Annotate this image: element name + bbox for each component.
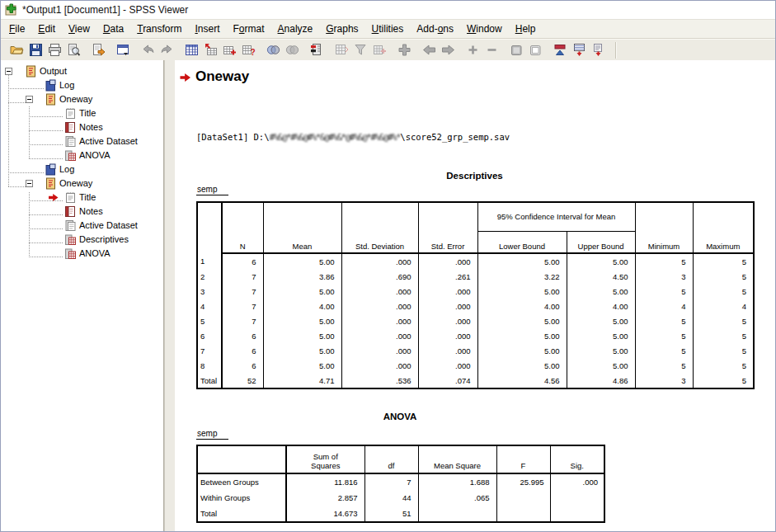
demote-icon[interactable] bbox=[571, 43, 586, 58]
tree-item-oneway[interactable]: Oneway bbox=[1, 177, 163, 191]
redo-icon[interactable] bbox=[159, 43, 174, 58]
tree-item-log[interactable]: Log bbox=[1, 78, 163, 92]
row-label: 8 bbox=[197, 358, 222, 373]
tree-item-oneway[interactable]: Oneway bbox=[1, 92, 163, 106]
value-cell: 5 bbox=[635, 313, 693, 328]
collapse-expander[interactable] bbox=[5, 68, 12, 75]
row-label: 3 bbox=[197, 284, 222, 299]
filter-cases-icon[interactable] bbox=[353, 43, 368, 58]
variable-info-icon[interactable]: ? bbox=[241, 43, 256, 58]
value-cell: 5.00 bbox=[567, 328, 635, 343]
tree-item-output[interactable]: Output bbox=[1, 64, 163, 78]
output-pane: Oneway [DataSet1] D:\#%&@*#%&@#%*&@#%&*@… bbox=[175, 60, 775, 531]
run-script-icon[interactable] bbox=[309, 43, 324, 58]
value-cell: .000 bbox=[341, 313, 418, 328]
select-cases-icon[interactable] bbox=[266, 43, 280, 58]
collapse-expander[interactable] bbox=[26, 96, 33, 103]
anova-table[interactable]: Sum of Squares df Mean Square F Sig. Bet… bbox=[196, 445, 605, 523]
value-cell: 52 bbox=[222, 373, 263, 388]
value-cell: 4 bbox=[693, 299, 754, 313]
tree-item-notes[interactable]: Notes bbox=[1, 205, 163, 219]
value-cell: 5 bbox=[635, 253, 693, 269]
value-cell: 5.00 bbox=[263, 343, 341, 358]
menu-transform[interactable]: Transform bbox=[130, 21, 188, 37]
expand-outline-icon[interactable] bbox=[465, 43, 480, 58]
value-cell: .000 bbox=[418, 299, 477, 313]
menu-graphs[interactable]: Graphs bbox=[319, 21, 364, 37]
toolbar-separator bbox=[615, 42, 617, 59]
menu-help[interactable]: Help bbox=[509, 21, 543, 37]
header-spacer bbox=[635, 202, 693, 232]
value-cell: 5 bbox=[635, 284, 693, 299]
tree-item-log[interactable]: Log bbox=[1, 162, 163, 177]
value-cell: .000 bbox=[341, 328, 418, 343]
tree-item-active-dataset[interactable]: Active Dataset bbox=[1, 219, 163, 233]
collapse-outline-icon[interactable] bbox=[484, 43, 499, 58]
tree-item-notes[interactable]: Notes bbox=[1, 120, 163, 134]
value-cell: 3 bbox=[635, 373, 693, 388]
value-cell: 2.857 bbox=[286, 490, 364, 506]
save-icon[interactable] bbox=[28, 43, 43, 58]
nav-right-icon[interactable] bbox=[440, 43, 455, 58]
menu-window[interactable]: Window bbox=[460, 21, 509, 37]
value-cell: 7 bbox=[222, 284, 263, 299]
open-icon[interactable] bbox=[9, 43, 24, 58]
weight-cases-icon[interactable] bbox=[372, 43, 387, 58]
row-label: 1 bbox=[197, 253, 222, 269]
value-cell: 7 bbox=[222, 299, 263, 313]
value-cell: 51 bbox=[364, 506, 418, 522]
use-variable-sets-icon[interactable] bbox=[285, 43, 299, 58]
expand-one-icon[interactable] bbox=[590, 43, 605, 58]
app-icon bbox=[4, 3, 17, 16]
tree-item-anova[interactable]: ANOVA bbox=[1, 247, 163, 261]
table-row: 1 6 5.00 .000 .000 5.00 5.00 5 5 bbox=[197, 253, 754, 269]
variables-icon[interactable] bbox=[222, 43, 237, 58]
nav-left-icon[interactable] bbox=[421, 43, 436, 58]
split-file-icon[interactable] bbox=[334, 43, 349, 58]
print-icon[interactable] bbox=[47, 43, 62, 58]
menu-data[interactable]: Data bbox=[96, 21, 130, 37]
table-row: Within Groups 2.857 44 .065 bbox=[197, 490, 604, 506]
promote-icon[interactable] bbox=[553, 43, 567, 58]
hide-output-icon[interactable] bbox=[528, 43, 543, 58]
tree-item-descriptives[interactable]: Descriptives bbox=[1, 233, 163, 247]
menu-utilities[interactable]: Utilities bbox=[365, 21, 411, 37]
table-output-icon bbox=[64, 233, 77, 246]
insert-heading-icon[interactable] bbox=[397, 43, 412, 58]
value-cell: 4.00 bbox=[263, 299, 341, 313]
show-output-icon[interactable] bbox=[509, 43, 524, 58]
notes-book-icon bbox=[64, 121, 77, 134]
tree-item-title[interactable]: Title bbox=[1, 106, 163, 120]
header-spacer bbox=[418, 202, 477, 232]
tree-item-label: Log bbox=[59, 80, 74, 90]
menu-file[interactable]: File bbox=[2, 21, 31, 37]
menu-format[interactable]: Format bbox=[227, 21, 271, 37]
window-title: *Output1 [Document1] - SPSS Viewer bbox=[22, 4, 188, 16]
goto-case-icon[interactable] bbox=[203, 43, 218, 58]
table-row: 2 7 3.86 .690 .261 3.22 4.50 3 5 bbox=[197, 269, 754, 284]
tree-item-label: Active Dataset bbox=[79, 136, 138, 146]
value-cell: 25.995 bbox=[496, 473, 550, 490]
value-cell: .065 bbox=[418, 490, 496, 506]
tree-item-title-current[interactable]: Title bbox=[1, 191, 163, 205]
tree-item-anova[interactable]: ANOVA bbox=[1, 148, 163, 162]
value-cell: 6 bbox=[222, 358, 263, 373]
value-cell bbox=[496, 490, 550, 506]
log-book-icon bbox=[45, 163, 57, 176]
value-cell: 5.00 bbox=[567, 284, 635, 299]
print-preview-icon[interactable] bbox=[66, 43, 81, 58]
recall-dialogs-icon[interactable] bbox=[115, 43, 130, 58]
export-icon[interactable] bbox=[91, 43, 106, 58]
tree-item-active-dataset[interactable]: Active Dataset bbox=[1, 134, 163, 148]
menu-add-ons[interactable]: Add-ons bbox=[410, 21, 460, 37]
descriptives-table[interactable]: 95% Confidence Interval for Mean N Mean … bbox=[196, 201, 755, 389]
menu-view[interactable]: View bbox=[62, 21, 96, 37]
menu-insert[interactable]: Insert bbox=[188, 21, 226, 37]
menu-analyze[interactable]: Analyze bbox=[271, 21, 320, 37]
collapse-expander[interactable] bbox=[26, 180, 33, 187]
goto-data-icon[interactable] bbox=[184, 43, 199, 58]
tree-item-label: Oneway bbox=[59, 94, 92, 104]
undo-icon[interactable] bbox=[140, 43, 155, 58]
table-row: 3 7 5.00 .000 .000 5.00 5.00 5 5 bbox=[197, 284, 754, 299]
menu-edit[interactable]: Edit bbox=[31, 21, 62, 37]
